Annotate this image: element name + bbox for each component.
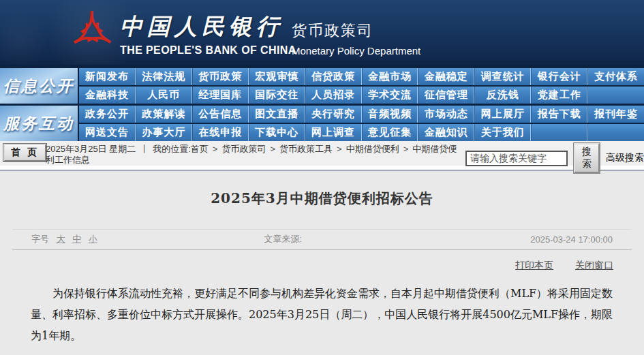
main-nav: 信息公开新闻发布法律法规货币政策宏观审慎信贷政策金融市场金融稳定调查统计银行会计… bbox=[0, 65, 644, 141]
font-size-label: 字号 bbox=[31, 234, 49, 244]
breadcrumb-divider: 丨 bbox=[136, 144, 153, 154]
nav-item[interactable]: 报刊年鉴 bbox=[587, 106, 644, 123]
nav-item bbox=[531, 124, 587, 141]
nav-item[interactable]: 下载中心 bbox=[249, 124, 305, 141]
nav-item[interactable]: 金融科技 bbox=[79, 87, 136, 104]
site-header: 人 人 人 中国人民银行 THE PEOPLE'S BANK OF CHINA … bbox=[0, 0, 644, 65]
bank-title-block: 中国人民银行 THE PEOPLE'S BANK OF CHINA bbox=[120, 12, 296, 57]
nav-item[interactable]: 银行会计 bbox=[531, 68, 587, 85]
nav-item[interactable]: 经理国库 bbox=[192, 87, 249, 104]
print-page-link[interactable]: 打印本页 bbox=[515, 260, 553, 271]
nav-item[interactable]: 国际交往 bbox=[249, 87, 305, 104]
bank-name-en: THE PEOPLE'S BANK OF CHINA bbox=[120, 44, 296, 57]
nav-item[interactable]: 市场动态 bbox=[418, 106, 474, 123]
breadcrumb-item[interactable]: 中期借贷便利 bbox=[346, 144, 399, 154]
nav-item[interactable]: 图文直播 bbox=[249, 106, 305, 123]
breadcrumb-location[interactable]: 我的位置:首页 bbox=[153, 144, 209, 154]
breadcrumb-item[interactable]: 货币政策司 bbox=[221, 144, 266, 154]
nav-item[interactable]: 网上展厅 bbox=[474, 106, 531, 123]
pboc-logo-icon: 人 人 人 bbox=[70, 7, 114, 57]
breadcrumb-separator: > bbox=[266, 144, 279, 154]
nav-item[interactable]: 法律法规 bbox=[136, 68, 192, 85]
breadcrumb-separator: > bbox=[399, 144, 413, 154]
nav-item[interactable]: 关于我们 bbox=[474, 124, 531, 141]
nav-item[interactable]: 金融市场 bbox=[362, 68, 418, 85]
article-body: 为保持银行体系流动性充裕，更好满足不同参与机构差异化资金需求，自本月起中期借贷便… bbox=[31, 283, 615, 346]
article-area: 2025年3月中期借贷便利招标公告 字号 大 中 小 文章来源: 2025-03… bbox=[0, 189, 644, 355]
bank-name-cn: 中国人民银行 bbox=[120, 12, 296, 42]
breadcrumb-separator: > bbox=[209, 144, 222, 154]
nav-item[interactable]: 信贷政策 bbox=[305, 68, 362, 85]
nav-item[interactable]: 学术交流 bbox=[362, 87, 418, 104]
nav-item[interactable]: 宏观审慎 bbox=[249, 68, 305, 85]
nav-item[interactable]: 意见征集 bbox=[362, 124, 418, 141]
nav-item[interactable]: 反洗钱 bbox=[474, 87, 531, 104]
breadcrumb-date: 2025年3月25日 星期二 bbox=[46, 144, 136, 154]
font-size-controls: 字号 大 中 小 bbox=[31, 233, 264, 245]
nav-item[interactable]: 网送文告 bbox=[79, 124, 136, 141]
nav-item[interactable]: 网上调查 bbox=[305, 124, 362, 141]
nav-item[interactable]: 人员招录 bbox=[305, 87, 362, 104]
nav-item[interactable]: 支付体系 bbox=[587, 68, 644, 85]
breadcrumb-bar: 首 页 2025年3月25日 星期二丨我的位置:首页>货币政策司>货币政策工具>… bbox=[0, 141, 644, 166]
search-input[interactable] bbox=[465, 151, 568, 166]
search-area: 搜索 高级搜索 bbox=[465, 143, 644, 173]
page: 人 人 人 中国人民银行 THE PEOPLE'S BANK OF CHINA … bbox=[0, 0, 644, 355]
nav-item[interactable]: 金融稳定 bbox=[418, 68, 474, 85]
article-source-label: 文章来源: bbox=[264, 233, 530, 245]
nav-item[interactable]: 公告信息 bbox=[192, 106, 249, 123]
nav-item bbox=[587, 124, 644, 141]
close-window-link[interactable]: 关闭窗口 bbox=[575, 260, 613, 271]
page-title: 2025年3月中期借贷便利招标公告 bbox=[0, 189, 644, 208]
nav-item[interactable]: 政务公开 bbox=[79, 106, 136, 123]
font-size-large-link[interactable]: 大 bbox=[57, 234, 65, 244]
nav-item[interactable]: 货币政策 bbox=[192, 68, 249, 85]
advanced-search-link[interactable]: 高级搜索 bbox=[606, 152, 644, 164]
department-name-cn: 货币政策司 bbox=[292, 20, 420, 41]
nav-item[interactable]: 办事大厅 bbox=[136, 124, 192, 141]
nav-item[interactable]: 人民币 bbox=[136, 87, 192, 104]
home-button[interactable]: 首 页 bbox=[3, 144, 46, 161]
nav-grid: 新闻发布法律法规货币政策宏观审慎信贷政策金融市场金融稳定调查统计银行会计支付体系… bbox=[79, 68, 644, 104]
nav-item[interactable]: 新闻发布 bbox=[79, 68, 136, 85]
department-title-block: 货币政策司 Monetary Policy Department bbox=[292, 20, 420, 57]
nav-item[interactable]: 音频视频 bbox=[362, 106, 418, 123]
article-datetime: 2025-03-24 17:00:00 bbox=[530, 234, 613, 245]
breadcrumb: 2025年3月25日 星期二丨我的位置:首页>货币政策司>货币政策工具>中期借贷… bbox=[46, 144, 463, 166]
nav-item[interactable]: 政策解读 bbox=[136, 106, 192, 123]
font-size-medium-link[interactable]: 中 bbox=[72, 234, 81, 244]
nav-item[interactable]: 征信管理 bbox=[418, 87, 474, 104]
search-button[interactable]: 搜索 bbox=[574, 143, 600, 173]
nav-section: 信息公开新闻发布法律法规货币政策宏观审慎信贷政策金融市场金融稳定调查统计银行会计… bbox=[0, 68, 644, 104]
nav-item[interactable]: 央行研究 bbox=[305, 106, 362, 123]
nav-section: 服务互动政务公开政策解读公告信息图文直播央行研究音频视频市场动态网上展厅报告下载… bbox=[0, 106, 644, 141]
nav-item[interactable]: 党建工作 bbox=[531, 87, 587, 104]
nav-item[interactable]: 报告下载 bbox=[531, 106, 587, 123]
nav-section-label[interactable]: 信息公开 bbox=[0, 68, 78, 104]
article-actions-top: 打印本页 关闭窗口 bbox=[0, 260, 613, 272]
font-size-small-link[interactable]: 小 bbox=[89, 234, 97, 244]
article-meta-row: 字号 大 中 小 文章来源: 2025-03-24 17:00:00 bbox=[12, 229, 632, 250]
breadcrumb-item[interactable]: 货币政策工具 bbox=[279, 144, 333, 154]
nav-grid: 政务公开政策解读公告信息图文直播央行研究音频视频市场动态网上展厅报告下载报刊年鉴… bbox=[79, 106, 644, 141]
nav-item[interactable]: 在线申报 bbox=[192, 124, 249, 141]
nav-section-label[interactable]: 服务互动 bbox=[0, 106, 78, 141]
nav-item[interactable]: 调查统计 bbox=[474, 68, 531, 85]
nav-item[interactable]: 金融知识 bbox=[418, 124, 474, 141]
nav-item bbox=[587, 87, 644, 104]
department-name-en: Monetary Policy Department bbox=[292, 45, 420, 57]
breadcrumb-separator: > bbox=[333, 144, 346, 154]
